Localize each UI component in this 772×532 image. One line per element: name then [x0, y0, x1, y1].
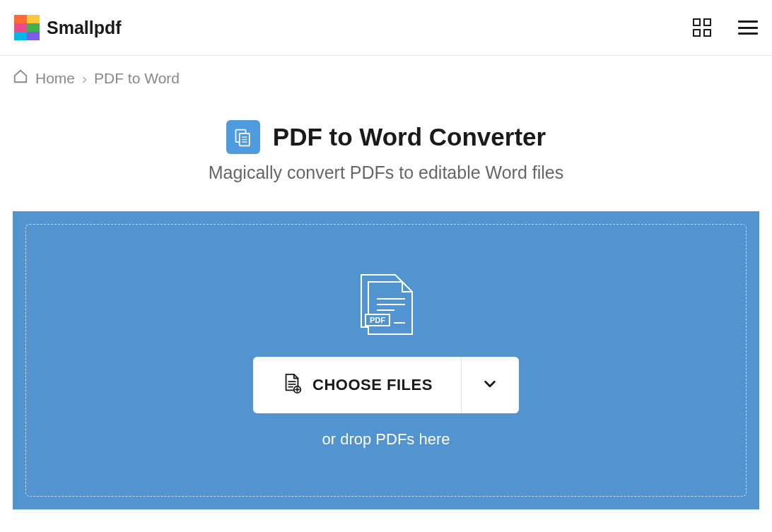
choose-files-button[interactable]: CHOOSE FILES: [253, 357, 461, 413]
home-icon[interactable]: [13, 69, 28, 88]
drop-hint-text: or drop PDFs here: [322, 430, 450, 449]
choose-files-button-group: CHOOSE FILES: [253, 357, 519, 413]
apps-grid-icon[interactable]: [693, 18, 711, 37]
header: Smallpdf: [0, 0, 772, 56]
page-title-area: PDF to Word Converter Magically convert …: [0, 120, 772, 183]
svg-text:PDF: PDF: [370, 316, 385, 324]
file-add-icon: [281, 372, 303, 398]
breadcrumb-current: PDF to Word: [94, 70, 180, 87]
logo[interactable]: Smallpdf: [14, 15, 122, 40]
breadcrumb: Home › PDF to Word: [0, 56, 772, 100]
page-subtitle: Magically convert PDFs to editable Word …: [0, 162, 772, 183]
choose-files-label: CHOOSE FILES: [312, 376, 433, 394]
choose-files-dropdown[interactable]: [461, 357, 519, 413]
pdf-file-icon: PDF: [356, 272, 416, 340]
brand-name: Smallpdf: [47, 18, 122, 38]
page-title: PDF to Word Converter: [273, 123, 546, 151]
chevron-down-icon: [482, 376, 498, 394]
header-actions: [693, 18, 758, 37]
pdf-to-word-icon: [226, 120, 260, 154]
breadcrumb-separator: ›: [82, 70, 87, 87]
dropzone-inner: PDF CHOOSE FILE: [25, 224, 747, 497]
breadcrumb-home[interactable]: Home: [35, 70, 75, 87]
logo-mark-icon: [14, 15, 40, 40]
menu-icon[interactable]: [738, 20, 758, 35]
dropzone[interactable]: PDF CHOOSE FILE: [13, 211, 759, 509]
